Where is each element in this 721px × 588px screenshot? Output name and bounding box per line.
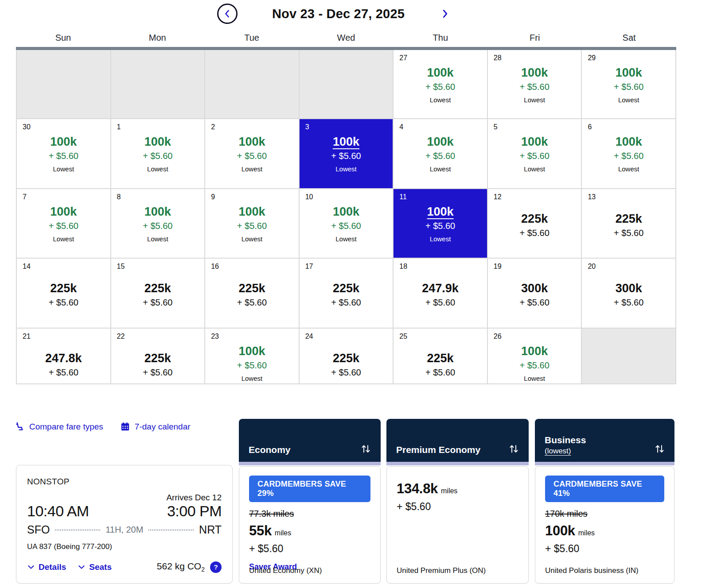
weekday-label: Mon — [110, 33, 205, 43]
sort-button[interactable] — [508, 443, 520, 455]
fare-tier-label: Lowest — [111, 235, 205, 243]
day-number: 11 — [399, 193, 407, 201]
help-icon[interactable]: ? — [210, 561, 222, 573]
miles-price: 100k — [488, 135, 581, 149]
calendar-cell-day-5[interactable]: 5100k+ $5.60Lowest — [488, 119, 582, 189]
taxes-fee: + $5.60 — [582, 228, 675, 238]
calendar-cell-day-14[interactable]: 14225k+ $5.60 — [17, 259, 111, 329]
fare-tier-label: Lowest — [488, 96, 581, 104]
sort-arrows-icon — [654, 443, 666, 455]
calendar-cell-day-29[interactable]: 29100k+ $5.60Lowest — [582, 50, 676, 119]
fare-accent-strip — [239, 462, 381, 465]
fare-tier-label: Lowest — [394, 165, 487, 173]
calendar-header: Nov 23 - Dec 27, 2025 — [0, 4, 668, 24]
miles-price: 225k — [300, 352, 393, 365]
calendar-cell-day-8[interactable]: 8100k+ $5.60Lowest — [111, 189, 206, 259]
chevron-down-icon — [27, 563, 35, 571]
seven-day-calendar-link[interactable]: 7-day calendar — [120, 422, 191, 432]
fare-tier-label: Lowest — [17, 235, 110, 243]
next-dates-button[interactable] — [439, 8, 451, 19]
lowest-sublabel[interactable]: (lowest) — [545, 447, 571, 456]
calendar-cell-day-22[interactable]: 22225k+ $5.60 — [111, 329, 206, 384]
day-number: 22 — [117, 333, 125, 340]
prev-dates-button[interactable] — [217, 4, 238, 24]
fare-body-economy: CARDMEMBERS SAVE 29% 77.3k miles 55k mil… — [239, 466, 381, 584]
day-number: 1 — [117, 123, 121, 131]
calendar-cell-day-25[interactable]: 25225k+ $5.60 — [394, 329, 488, 384]
day-number: 17 — [305, 263, 313, 271]
calendar-cell-day-24[interactable]: 24225k+ $5.60 — [300, 329, 394, 384]
calendar-cell-day-17[interactable]: 17225k+ $5.60 — [300, 259, 394, 329]
taxes-fee: + $5.60 — [394, 221, 487, 231]
compare-fare-types-link[interactable]: Compare fare types — [15, 422, 103, 432]
calendar-cell-day-3[interactable]: 3100k+ $5.60Lowest — [300, 119, 394, 189]
miles-price: 134.8k — [397, 481, 438, 497]
calendar-cell-day-30[interactable]: 30100k+ $5.60Lowest — [17, 119, 111, 189]
miles-price: 225k — [111, 282, 205, 295]
fare-tier-label: Lowest — [582, 165, 675, 173]
miles-price: 100k — [300, 135, 393, 149]
calendar-cell-day-6[interactable]: 6100k+ $5.60Lowest — [582, 119, 676, 189]
calendar-cell-day-1[interactable]: 1100k+ $5.60Lowest — [111, 119, 206, 189]
calendar-cell-day-12[interactable]: 12225k+ $5.60 — [488, 189, 582, 259]
calendar-cell-day-9[interactable]: 9100k+ $5.60Lowest — [205, 189, 300, 259]
seven-day-calendar-label: 7-day calendar — [135, 422, 191, 432]
calendar-cell-day-28[interactable]: 28100k+ $5.60Lowest — [488, 50, 582, 119]
miles-price: 100k — [582, 66, 675, 80]
day-number: 20 — [588, 263, 596, 271]
day-number: 4 — [399, 123, 403, 131]
calendar-cell-day-27[interactable]: 27100k+ $5.60Lowest — [394, 50, 488, 119]
sort-button[interactable] — [360, 443, 372, 455]
arrival-date: Arrives Dec 12 — [27, 493, 222, 503]
calendar-cell-day-13[interactable]: 13225k+ $5.60 — [582, 189, 676, 259]
taxes-fee: + $5.60 — [488, 151, 581, 161]
calendar-cell-day-21[interactable]: 21247.8k+ $5.60 — [17, 329, 111, 384]
calendar-cell-day-19[interactable]: 19300k+ $5.60 — [488, 259, 582, 329]
flight-card: NONSTOP Arrives Dec 12 10:40 AM 3:00 PM … — [16, 465, 233, 584]
arrival-time: 3:00 PM — [167, 503, 222, 520]
fare-tier-label: Lowest — [394, 235, 487, 243]
day-number: 12 — [494, 193, 502, 201]
miles-price: 225k — [394, 352, 487, 365]
calendar-cell-day-2[interactable]: 2100k+ $5.60Lowest — [205, 119, 300, 189]
calendar-cell-day-11[interactable]: 11100k+ $5.60Lowest — [394, 189, 488, 259]
seats-label: Seats — [89, 562, 112, 572]
taxes-fee: + $5.60 — [205, 360, 299, 371]
weekday-row: Sun Mon Tue Wed Thu Fri Sat — [16, 33, 676, 43]
miles-price: 225k — [582, 212, 675, 226]
origin-code: SFO — [27, 523, 50, 536]
fare-column-premium-economy: Premium Economy 134.8k miles + $5.60 Uni… — [386, 419, 529, 584]
day-number: 26 — [494, 333, 502, 340]
calendar-cell-day-18[interactable]: 18247.9k+ $5.60 — [394, 259, 488, 329]
original-miles: 77.3k miles — [249, 509, 370, 519]
miles-price: 100k — [488, 344, 581, 358]
calendar-cell-day-20[interactable]: 20300k+ $5.60 — [582, 259, 676, 329]
calendar-cell-day-16[interactable]: 16225k+ $5.60 — [205, 259, 300, 329]
taxes-fee: + $5.60 — [300, 151, 393, 161]
calendar-grid: 27100k+ $5.60Lowest28100k+ $5.60Lowest29… — [16, 50, 676, 384]
miles-unit: miles — [275, 529, 291, 537]
fare-title: Premium Economy — [396, 444, 480, 456]
miles-price: 247.9k — [394, 282, 487, 295]
sort-arrows-icon — [508, 443, 520, 455]
weekday-label: Sun — [16, 33, 110, 43]
calendar-cell-day-10[interactable]: 10100k+ $5.60Lowest — [300, 189, 394, 259]
taxes-fee: + $5.60 — [205, 221, 299, 231]
calendar-cell-day-26[interactable]: 26100k+ $5.60Lowest — [488, 329, 582, 384]
details-toggle[interactable]: Details — [27, 562, 66, 572]
miles-price: 100k — [488, 66, 581, 80]
miles-price: 100k — [545, 523, 575, 539]
seats-toggle[interactable]: Seats — [78, 562, 112, 572]
calendar-cell-day-7[interactable]: 7100k+ $5.60Lowest — [17, 189, 111, 259]
taxes-fee: + $5.60 — [582, 298, 675, 308]
day-number: 14 — [23, 263, 31, 271]
miles-price: 100k — [205, 344, 299, 358]
sort-button[interactable] — [654, 443, 666, 455]
calendar-cell-day-4[interactable]: 4100k+ $5.60Lowest — [394, 119, 488, 189]
calendar-cell-day-15[interactable]: 15225k+ $5.60 — [111, 259, 206, 329]
fare-accent-strip — [386, 462, 529, 465]
day-number: 10 — [305, 193, 313, 201]
original-miles: 170k miles — [545, 509, 664, 519]
calendar-cell-day-23[interactable]: 23100k+ $5.60Lowest — [205, 329, 300, 384]
day-number: 25 — [399, 333, 407, 340]
